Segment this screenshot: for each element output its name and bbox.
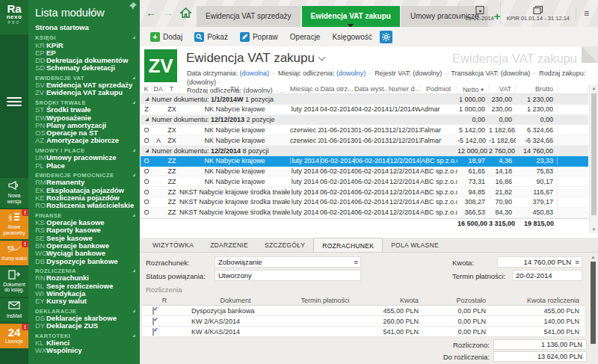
column-header-da[interactable]: DA bbox=[152, 84, 164, 93]
rozliczenia-column-pozosta-o[interactable]: Pozostało bbox=[422, 297, 490, 304]
rail-item-nowe-parametry[interactable]: !§Nowe parametry bbox=[0, 209, 28, 239]
sidebar-group--rodki-trwa-e[interactable]: ŚRODKI TRWAŁE bbox=[35, 99, 137, 107]
page-title[interactable]: Ewidencja VAT zakupu bbox=[186, 51, 324, 66]
sidebar-item-sd[interactable]: SDSchematy dekretacji bbox=[35, 64, 137, 72]
period-widget[interactable]: KPiR 01.01.14 - 31.12.14 bbox=[500, 3, 576, 24]
scroll-up-icon[interactable]: ▲ bbox=[589, 254, 597, 261]
filter-value[interactable]: (dowolna) bbox=[501, 70, 531, 77]
rail-item-insmail[interactable]: InsMail bbox=[0, 298, 28, 323]
details-tab-wizyt-wka[interactable]: WIZYTÓWKA bbox=[144, 238, 202, 252]
sidebar-group-ewidencje-vat[interactable]: EWIDENCJE VAT bbox=[35, 75, 137, 82]
operacje-button[interactable]: Operacje bbox=[286, 31, 325, 43]
poka--button[interactable]: Pokaż bbox=[190, 31, 232, 43]
column-header-netto[interactable]: Netto ▲ bbox=[457, 84, 489, 93]
pin-icon[interactable] bbox=[129, 2, 137, 10]
scroll-up-icon[interactable]: ▲ bbox=[590, 84, 598, 92]
tab-ewidencja-vat-sprzeda-y[interactable]: Ewidencja VAT sprzedaży bbox=[197, 6, 300, 27]
dropdown-icon[interactable]: ≡ bbox=[575, 257, 579, 267]
status-field[interactable]: Utworzony bbox=[215, 270, 361, 281]
checkbox-checked[interactable] bbox=[152, 328, 154, 336]
sidebar-group-umowy-i-p-ace[interactable]: UMOWY I PŁACE bbox=[35, 147, 137, 155]
rail-item-kursy-walut[interactable]: !€$Kursy walut bbox=[0, 241, 28, 265]
kwota-field[interactable]: 14 760,00 PLN≡ bbox=[497, 256, 582, 268]
nav-back-icon[interactable]: ← bbox=[146, 7, 156, 19]
rozliczenia-column-kwota-rozliczenia[interactable]: Kwota rozliczenia bbox=[490, 297, 583, 304]
sidebar-group-finanse[interactable]: FINANSE bbox=[35, 212, 137, 220]
sidebar-item-zv[interactable]: ZVEwidencja VAT zakupu bbox=[35, 89, 137, 96]
home-icon[interactable] bbox=[180, 7, 191, 18]
dropdown-icon[interactable]: ≡ bbox=[354, 257, 358, 267]
rail-item-dokument-do-ksieg[interactable]: Dokument do księg. bbox=[0, 267, 28, 297]
sidebar-item-pl[interactable]: PLPłace bbox=[35, 162, 137, 170]
column-header-t[interactable]: T bbox=[164, 84, 179, 93]
ksi-gowo--button[interactable]: Księgowość bbox=[327, 31, 376, 43]
sidebar-group-rozliczenia[interactable]: ROZLICZENIA bbox=[35, 268, 137, 275]
sidebar-item-strona-startowa[interactable]: Strona startowa bbox=[28, 23, 140, 31]
column-header-data-otrz-[interactable]: Data otrz... bbox=[320, 84, 354, 93]
sidebar-item-dy[interactable]: DYDeklaracje ZUS bbox=[35, 322, 137, 330]
rozrachunek-field[interactable]: Zobowiązanie≡ bbox=[215, 256, 361, 268]
details-scrollbar[interactable]: ▲ bbox=[589, 254, 597, 363]
menu-icon[interactable]: ≡ bbox=[576, 8, 592, 19]
rozliczenia-row[interactable]: Dyspozycja bankowa455,00 PLN0,00 PLN455,… bbox=[142, 306, 585, 316]
details-tab-zdarzenie[interactable]: ZDARZENIE bbox=[202, 238, 256, 252]
filter-value[interactable]: (dowolny) bbox=[336, 70, 366, 77]
details-tab-rozrachunek[interactable]: ROZRACHUNEK bbox=[313, 238, 383, 252]
sidebar-group-ewidencje-pomocnicze[interactable]: EWIDENCJE POMOCNICZE bbox=[35, 172, 137, 179]
column-header-tv[interactable]: TV bbox=[179, 84, 290, 93]
table-group-row[interactable]: Numer dokumentu: 12/12/2013 2 pozycje0,0… bbox=[141, 115, 588, 126]
table-row[interactable]: OZXNK Nabycie krajoweczerwiec 2...01-06-… bbox=[141, 125, 588, 135]
dodaj-button[interactable]: +Dodaj bbox=[146, 31, 187, 43]
expander-icon[interactable] bbox=[145, 97, 149, 101]
column-header-brutto[interactable]: Brutto bbox=[516, 84, 558, 93]
filter-value[interactable]: (dowolny) bbox=[413, 70, 442, 77]
sidebar-group-ksi-gi[interactable]: KSIĘGI bbox=[35, 34, 137, 42]
table-row[interactable]: OAZXNK Nabycie krajoweczerwiec 2...01-06… bbox=[141, 135, 588, 146]
column-header-vat[interactable]: VAT bbox=[489, 84, 516, 93]
rozliczenia-row[interactable]: KW 2/KAS/2014260,00 PLN0,00 PLN140,00 PL… bbox=[142, 316, 585, 327]
table-row[interactable]: OZZNK Nabycie krajoweluty 201406-02-2014… bbox=[141, 167, 588, 177]
rozliczenia-column-dokument[interactable]: Dokument bbox=[187, 297, 284, 304]
sidebar-group-kartoteki[interactable]: KARTOTEKI bbox=[35, 333, 137, 340]
scroll-thumb[interactable] bbox=[591, 93, 597, 215]
module-list-toggle-icon[interactable] bbox=[7, 97, 22, 106]
table-row[interactable]: OZZNKST Nabycie krajowe środka trwałegol… bbox=[141, 187, 588, 197]
rail-item-nowa-wersja[interactable]: Nowa wersja bbox=[0, 178, 28, 208]
termin-field[interactable]: 20-02-2014 bbox=[512, 270, 582, 281]
popraw-button[interactable]: Popraw bbox=[235, 31, 283, 43]
sidebar-group-deklaracje[interactable]: DEKLARACJE bbox=[35, 308, 137, 315]
rozliczenia-row[interactable]: KW 4/KAS/2014541,00 PLN0,00 PLN541,00 PL… bbox=[142, 327, 585, 337]
sidebar-item-ro[interactable]: RORozliczenia właścicielskie bbox=[35, 202, 137, 209]
table-scrollbar[interactable]: ▲ ▼ bbox=[589, 84, 598, 233]
table-row[interactable]: OZZNKST Nabycie krajowe środka trwałegol… bbox=[141, 197, 588, 208]
scroll-thumb[interactable] bbox=[591, 262, 596, 344]
column-header-data-wyst-[interactable]: Data wyst... bbox=[354, 84, 389, 93]
checkbox-checked[interactable] bbox=[152, 307, 154, 315]
sidebar-item-db[interactable]: DBDyspozycje bankowe bbox=[35, 258, 137, 265]
sidebar-item-wx[interactable]: WXWspólnicy bbox=[35, 347, 137, 354]
settings-button[interactable] bbox=[380, 31, 392, 43]
table-row[interactable]: OZZNKST Nabycie krajowe środka trwałegol… bbox=[141, 208, 588, 218]
app-logo[interactable]: Ra nexo PRO bbox=[0, 0, 28, 34]
rozliczenia-column-kwota[interactable]: Kwota bbox=[366, 297, 422, 304]
current-date-widget[interactable]: 25-02-2014 bbox=[458, 3, 499, 24]
table-row[interactable]: OZZNK Nabycie krajoweluty 201406-02-2014… bbox=[141, 156, 588, 167]
sidebar-item-az[interactable]: AZAmortyzacje zbiorcze bbox=[35, 137, 137, 144]
rozliczenia-column-r[interactable]: R bbox=[142, 297, 187, 304]
column-header-miesi-c-o-[interactable]: Miesiąc o... bbox=[290, 84, 320, 93]
details-tab-pola-w-asne[interactable]: POLA WŁASNE bbox=[383, 238, 447, 252]
rozliczenia-column-termin-p-atno-ci[interactable]: Termin płatności bbox=[284, 297, 366, 304]
table-row[interactable]: ZZXNK Nabycie krajoweluty 201404-02-2014… bbox=[141, 105, 588, 115]
details-tab-szczeg-y[interactable]: SZCZEGÓŁY bbox=[256, 238, 313, 252]
expander-icon[interactable] bbox=[145, 117, 149, 121]
column-header-podmiot[interactable]: Podmiot bbox=[420, 84, 457, 93]
tab-ewidencja-vat-zakupu[interactable]: Ewidencja VAT zakupu bbox=[302, 6, 400, 27]
table-group-row[interactable]: Numer dokumentu: 12/2/2014 8 pozycji12 0… bbox=[141, 146, 588, 156]
nav-forward-icon[interactable]: → bbox=[163, 7, 173, 19]
expander-icon[interactable] bbox=[145, 149, 149, 152]
scroll-down-icon[interactable]: ▼ bbox=[590, 226, 598, 233]
column-header-numer-d-[interactable]: Numer d... bbox=[389, 84, 420, 93]
rail-item-licencje[interactable]: !24Licencje bbox=[0, 324, 28, 348]
filter-value[interactable]: (dowolna) bbox=[240, 70, 270, 77]
table-group-row[interactable]: Numer dokumentu: 1/1/2014W 1 pozycja1 00… bbox=[141, 94, 588, 105]
